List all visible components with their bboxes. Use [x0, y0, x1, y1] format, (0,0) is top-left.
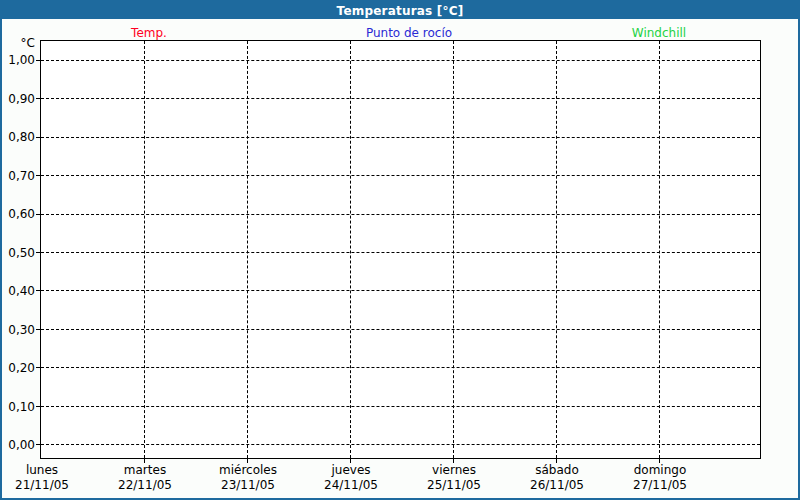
- h-gridline: [41, 98, 760, 99]
- y-axis-unit: °C: [2, 36, 35, 50]
- plot-area: [40, 40, 761, 459]
- day-date: 23/11/05: [219, 478, 277, 493]
- y-tick-label: 1,00: [2, 53, 35, 67]
- legend-item-windchill: Windchill: [632, 26, 686, 40]
- x-day-label: domingo 27/11/05: [633, 463, 687, 493]
- h-gridline: [41, 329, 760, 330]
- v-gridline: [247, 41, 248, 458]
- x-day-label: viernes 25/11/05: [427, 463, 481, 493]
- legend-item-temp: Temp.: [131, 26, 167, 40]
- h-gridline: [41, 406, 760, 407]
- y-tick: [36, 367, 40, 368]
- y-tick-label: 0,40: [2, 284, 35, 298]
- day-date: 24/11/05: [324, 478, 378, 493]
- chart-title-bar: Temperaturas [°C]: [2, 2, 798, 19]
- h-gridline: [41, 252, 760, 253]
- y-tick-label: 0,80: [2, 130, 35, 144]
- day-name: sábado: [530, 463, 584, 478]
- h-gridline: [41, 175, 760, 176]
- day-name: viernes: [427, 463, 481, 478]
- y-tick: [36, 444, 40, 445]
- y-tick: [36, 175, 40, 176]
- chart-container: Temperaturas [°C] Temp. Punto de rocío W…: [0, 0, 800, 500]
- y-tick: [36, 252, 40, 253]
- day-date: 26/11/05: [530, 478, 584, 493]
- day-date: 21/11/05: [15, 478, 69, 493]
- y-tick-label: 0,70: [2, 169, 35, 183]
- x-day-label: miércoles 23/11/05: [219, 463, 277, 493]
- h-gridline: [41, 137, 760, 138]
- day-date: 27/11/05: [633, 478, 687, 493]
- x-day-label: lunes 21/11/05: [15, 463, 69, 493]
- y-tick-label: 0,10: [2, 400, 35, 414]
- h-gridline: [41, 444, 760, 445]
- x-day-label: sábado 26/11/05: [530, 463, 584, 493]
- y-tick: [36, 214, 40, 215]
- y-tick: [36, 290, 40, 291]
- day-date: 22/11/05: [118, 478, 172, 493]
- h-gridline: [41, 367, 760, 368]
- v-gridline: [659, 41, 660, 458]
- y-tick: [36, 406, 40, 407]
- y-tick-label: 0,90: [2, 92, 35, 106]
- v-gridline: [453, 41, 454, 458]
- y-tick: [36, 98, 40, 99]
- v-gridline: [350, 41, 351, 458]
- h-gridline: [41, 290, 760, 291]
- v-gridline: [144, 41, 145, 458]
- v-gridline: [556, 41, 557, 458]
- y-tick-label: 0,60: [2, 207, 35, 221]
- y-tick: [36, 329, 40, 330]
- y-tick-label: 0,20: [2, 361, 35, 375]
- x-day-label: jueves 24/11/05: [324, 463, 378, 493]
- y-tick: [36, 60, 40, 61]
- y-tick: [36, 137, 40, 138]
- day-name: martes: [118, 463, 172, 478]
- y-tick-label: 0,50: [2, 246, 35, 260]
- h-gridline: [41, 214, 760, 215]
- day-name: jueves: [324, 463, 378, 478]
- legend-item-punto-de-rocio: Punto de rocío: [366, 26, 452, 40]
- day-name: miércoles: [219, 463, 277, 478]
- h-gridline: [41, 60, 760, 61]
- day-date: 25/11/05: [427, 478, 481, 493]
- y-tick-label: 0,00: [2, 438, 35, 452]
- day-name: domingo: [633, 463, 687, 478]
- chart-title: Temperaturas [°C]: [337, 4, 464, 18]
- y-tick-label: 0,30: [2, 323, 35, 337]
- day-name: lunes: [15, 463, 69, 478]
- x-day-label: martes 22/11/05: [118, 463, 172, 493]
